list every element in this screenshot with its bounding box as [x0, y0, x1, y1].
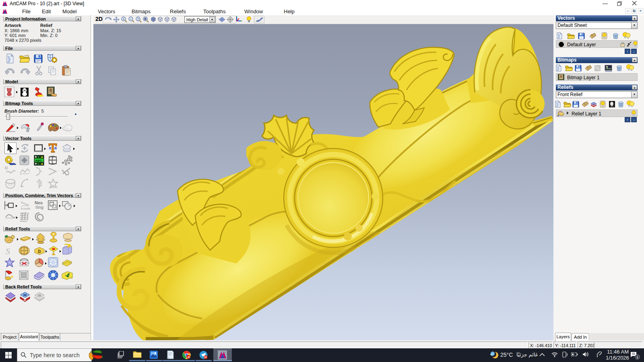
svg-text:b: b [24, 298, 26, 302]
svg-text:.05: .05 [204, 356, 207, 358]
svg-text:a curve: a curve [21, 207, 30, 210]
svg-text:?: ? [137, 17, 139, 21]
svg-text:ABC: ABC [35, 159, 42, 162]
svg-text:b: b [38, 249, 41, 254]
svg-text:ting: ting [35, 205, 43, 210]
svg-text:S: S [6, 246, 10, 256]
svg-text:.05: .05 [187, 356, 190, 358]
svg-text:✺: ✺ [144, 17, 147, 21]
svg-text:+: + [123, 17, 125, 21]
svg-text:−: − [130, 17, 132, 21]
svg-text:+: + [557, 113, 559, 117]
